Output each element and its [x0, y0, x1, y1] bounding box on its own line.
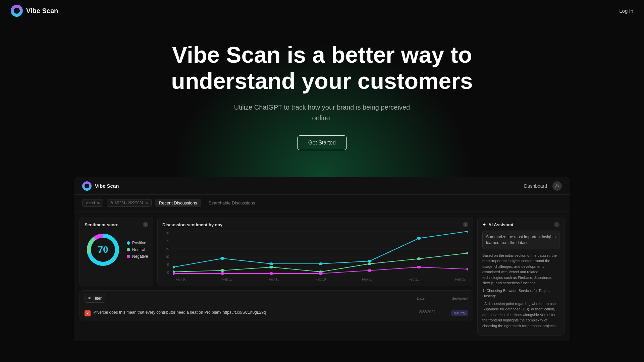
x-label-feb18: Feb 18 [269, 278, 279, 281]
ai-assistant-card: ✦ AI Assistant i Summarize the most impo… [477, 217, 565, 336]
svg-point-23 [417, 257, 421, 260]
row-date: 2/22/2024 [405, 310, 435, 314]
discussion-chart-card: Discussion sentiment by day i 30 25 15 1… [157, 217, 473, 286]
table-toolbar: ≡ Filter Date Sentiment [80, 291, 473, 306]
legend-neutral: Neutral [127, 247, 148, 252]
tab-recent-discussions[interactable]: Recent Discussions [155, 199, 201, 207]
chart-card-header: Discussion sentiment by day i [162, 222, 468, 227]
ai-response: Based on the initial section of the data… [482, 253, 559, 331]
dash-navbar: Vibe Scan Dashboard [74, 177, 570, 195]
svg-point-20 [269, 266, 273, 268]
x-label-feb20: Feb 20 [362, 278, 372, 281]
svg-point-27 [269, 272, 273, 275]
svg-point-22 [368, 262, 372, 265]
svg-point-15 [368, 260, 372, 262]
row-sentiment: Neutral [438, 310, 468, 316]
x-label-feb22: Feb 22 [455, 278, 466, 281]
logo-area: Vibe Scan [11, 5, 58, 17]
svg-point-26 [220, 272, 224, 275]
chart-x-labels: Feb 16 Feb 17 Feb 18 Feb 19 Feb 20 Feb 2… [173, 276, 468, 281]
x-label-feb19: Feb 19 [315, 278, 326, 281]
svg-point-28 [319, 272, 323, 275]
dash-logo-inner [85, 184, 89, 188]
legend-neutral-label: Neutral [132, 247, 145, 252]
ai-info-icon[interactable]: i [554, 222, 559, 227]
row-icon: ✕ [85, 310, 91, 316]
legend-positive-dot [127, 241, 130, 245]
svg-point-16 [417, 237, 421, 240]
chart-title: Discussion sentiment by day [162, 222, 222, 227]
svg-point-12 [220, 257, 224, 260]
svg-point-14 [319, 262, 323, 265]
chart-body: 30 25 15 10 5 0 [162, 231, 468, 281]
filter-button[interactable]: ≡ Filter [85, 294, 105, 303]
svg-point-17 [466, 231, 468, 233]
svg-point-29 [368, 269, 372, 272]
logo-icon [11, 5, 23, 17]
tab-searchable-discussions[interactable]: Searchable Discussions [205, 199, 259, 207]
sentiment-card-header: Sentiment score i [85, 222, 148, 227]
date-filter[interactable]: 2/16/2024 - 2/22/2024 ⇅ [107, 199, 152, 207]
filter-icon: ≡ [88, 296, 91, 301]
ai-prompt-box: Summarize the most important insights le… [482, 231, 559, 249]
ai-title-wrap: ✦ AI Assistant [482, 222, 514, 227]
legend-neutral-dot [127, 248, 130, 251]
ai-assistant-title: AI Assistant [488, 222, 514, 227]
chart-right: Feb 16 Feb 17 Feb 18 Feb 19 Feb 20 Feb 2… [173, 231, 468, 281]
ai-response-p3: - A discussion point regarding whether t… [482, 301, 559, 329]
y-axis: 30 25 15 10 5 0 [162, 231, 170, 281]
login-link[interactable]: Log In [619, 8, 633, 14]
svg-point-13 [269, 262, 273, 265]
dash-logo-icon [82, 181, 92, 191]
hero-subtext: Utilize ChatGPT to track how your brand … [228, 102, 416, 123]
ai-response-p1: Based on the initial section of the data… [482, 253, 559, 286]
table-cols-header: Date Sentiment [394, 296, 468, 300]
svg-point-25 [173, 272, 175, 275]
sentiment-legend: Positive Neutral Negative [127, 241, 148, 259]
dash-nav-right: Dashboard [524, 181, 562, 191]
legend-negative-dot [127, 255, 130, 258]
dashboard-link[interactable]: Dashboard [524, 183, 547, 189]
discussions-table: ≡ Filter Date Sentiment ✕ @vercel does t… [79, 290, 473, 320]
dash-content: Sentiment score i [74, 212, 570, 341]
logo-inner [14, 8, 20, 14]
dash-title: Vibe Scan [95, 183, 119, 189]
get-started-button[interactable]: Get Started [297, 135, 347, 150]
ai-response-p2: 1. Choosing Between Services for Project… [482, 288, 559, 299]
donut-score: 70 [98, 244, 108, 255]
table-row[interactable]: ✕ @vercel does this mean that every cont… [80, 306, 473, 320]
svg-point-19 [220, 269, 224, 272]
legend-negative-label: Negative [132, 254, 148, 259]
hero-headline: Vibe Scan is a better way to understand … [171, 42, 473, 94]
col-date: Date [394, 296, 425, 300]
legend-negative: Negative [127, 254, 148, 259]
svg-point-0 [556, 184, 558, 186]
dashboard-panel: Vibe Scan Dashboard vercel ⇅ 2/16/2024 -… [74, 177, 570, 341]
ai-header: ✦ AI Assistant i [482, 222, 559, 227]
x-label-feb17: Feb 17 [222, 278, 233, 281]
app-title: Vibe Scan [26, 7, 58, 15]
chart-svg [173, 231, 468, 275]
svg-point-30 [417, 266, 421, 268]
brand-filter[interactable]: vercel ⇅ [82, 199, 103, 207]
donut-chart: 70 [85, 231, 121, 268]
legend-positive-label: Positive [132, 241, 146, 245]
top-navigation: Vibe Scan Log In [0, 0, 644, 21]
dash-logo-area: Vibe Scan [82, 181, 119, 191]
donut-container: 70 Positive Neutral [85, 231, 148, 268]
chart-info-icon[interactable]: i [463, 222, 468, 227]
x-label-feb21: Feb 21 [409, 278, 419, 281]
legend-positive: Positive [127, 241, 148, 245]
sentiment-info-icon[interactable]: i [143, 222, 148, 227]
hero-section: Vibe Scan is a better way to understand … [0, 21, 644, 177]
top-row: Sentiment score i [79, 217, 473, 286]
left-column: Sentiment score i [79, 217, 473, 336]
col-sentiment: Sentiment [438, 296, 468, 300]
ai-spark-icon: ✦ [482, 222, 486, 227]
user-avatar[interactable] [552, 181, 562, 191]
svg-point-31 [466, 268, 468, 270]
sentiment-badge-neutral: Neutral [451, 310, 468, 316]
x-label-feb16: Feb 16 [176, 278, 186, 281]
filters-row: vercel ⇅ 2/16/2024 - 2/22/2024 ⇅ Recent … [74, 195, 570, 212]
svg-point-24 [466, 252, 468, 254]
